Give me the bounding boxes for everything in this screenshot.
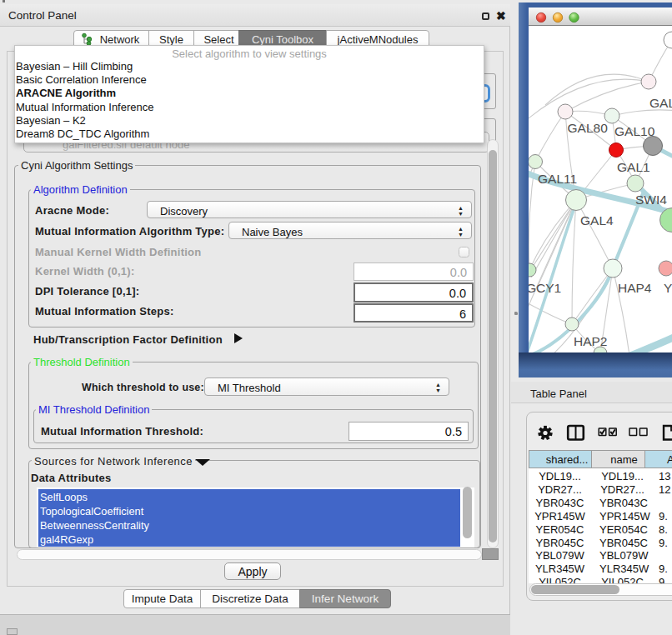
svg-text:GAL10: GAL10 [614, 124, 655, 138]
svg-text:SWI4: SWI4 [635, 192, 667, 207]
svg-text:GAL4: GAL4 [580, 213, 614, 228]
svg-text:Y: Y [664, 281, 672, 295]
svg-text:HAP4: HAP4 [618, 281, 652, 295]
svg-text:GAL1: GAL1 [617, 160, 650, 174]
svg-text:GAL80: GAL80 [568, 121, 609, 135]
svg-text:HAP2: HAP2 [574, 334, 608, 348]
svg-text:GAL11: GAL11 [538, 172, 577, 186]
svg-text:GCY1: GCY1 [529, 281, 561, 295]
svg-text:GAL2: GAL2 [649, 96, 672, 110]
